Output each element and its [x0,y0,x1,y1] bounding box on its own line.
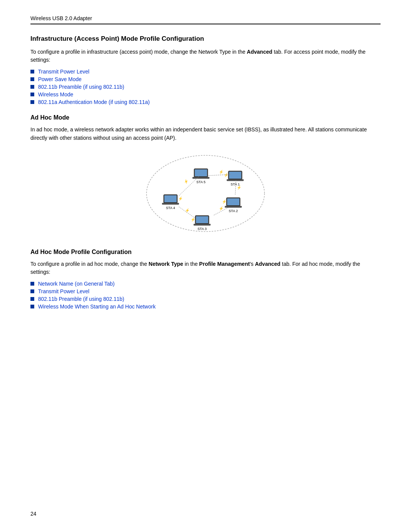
svg-rect-8 [225,206,242,208]
bullet-icon [30,100,34,104]
bullet-icon [30,282,34,286]
svg-text:⚡: ⚡ [224,173,229,177]
list-item: Wireless Mode [30,91,381,97]
section1-intro-bold: Advanced [247,49,272,55]
svg-text:⚡: ⚡ [222,199,227,204]
page-footer: 24 [30,511,37,517]
link-transmit-power[interactable]: Transmit Power Level [38,69,89,75]
section-adhoc-config: Ad Hoc Mode Profile Configuration To con… [30,249,381,310]
svg-rect-12 [196,216,208,223]
svg-text:⚡: ⚡ [219,206,224,211]
section1-heading: Infrastructure (Access Point) Mode Profi… [30,35,381,43]
link-network-name[interactable]: Network Name (on General Tab) [38,281,115,287]
bullet-icon [30,289,34,293]
section1-intro: To configure a profile in infrastructure… [30,48,381,64]
svg-rect-22 [195,169,207,176]
section3-bullet-list: Network Name (on General Tab) Transmit P… [30,281,381,310]
list-item: Power Save Mode [30,76,381,82]
svg-text:⚡: ⚡ [185,208,190,213]
svg-text:⚡: ⚡ [237,185,242,190]
list-item: Wireless Mode When Starting an Ad Hoc Ne… [30,304,381,310]
bullet-icon [30,85,34,89]
svg-text:STA 4: STA 4 [166,206,175,210]
svg-text:⚡: ⚡ [178,196,183,201]
list-item: Transmit Power Level [30,69,381,75]
section2-heading: Ad Hoc Mode [30,114,381,121]
svg-text:STA 3: STA 3 [198,227,207,231]
link-wireless-mode[interactable]: Wireless Mode [38,91,73,97]
section-infrastructure: Infrastructure (Access Point) Mode Profi… [30,35,381,105]
svg-rect-17 [164,195,177,202]
section3-intro: To configure a profile in ad hoc mode, c… [30,260,381,276]
page-number: 24 [30,511,37,517]
section1-intro-text: To configure a profile in infrastructure… [30,49,247,55]
bullet-icon [30,297,34,301]
svg-rect-2 [229,172,241,179]
page-header: Wireless USB 2.0 Adapter [30,15,381,24]
header-title: Wireless USB 2.0 Adapter [30,15,92,21]
list-item: 802.11b Preamble (if using 802.11b) [30,84,381,90]
network-diagram: STA 1 ⚡ STA 2 ⚡ STA 3 ⚡ [141,150,270,237]
svg-rect-18 [162,203,179,204]
svg-rect-23 [193,177,209,179]
link-8021b-preamble2[interactable]: 802.11b Preamble (if using 802.11b) [38,296,124,302]
svg-rect-7 [227,198,239,205]
link-wireless-mode-adhoc[interactable]: Wireless Mode When Starting an Ad Hoc Ne… [38,304,156,310]
link-8021b-preamble[interactable]: 802.11b Preamble (if using 802.11b) [38,84,124,90]
list-item: 802.11b Preamble (if using 802.11b) [30,296,381,302]
svg-text:⚡: ⚡ [219,169,224,174]
section2-body: In ad hoc mode, a wireless network adapt… [30,126,381,142]
section1-bullet-list: Transmit Power Level Power Save Mode 802… [30,69,381,105]
bullet-icon [30,93,34,96]
bullet-icon [30,77,34,81]
section-adhoc: Ad Hoc Mode In ad hoc mode, a wireless n… [30,114,381,237]
network-diagram-container: STA 1 ⚡ STA 2 ⚡ STA 3 ⚡ [30,150,381,237]
svg-text:STA 2: STA 2 [229,209,238,213]
list-item: Transmit Power Level [30,288,381,294]
link-transmit-power2[interactable]: Transmit Power Level [38,288,89,294]
svg-rect-3 [227,179,244,181]
list-item: Network Name (on General Tab) [30,281,381,287]
svg-text:STA 5: STA 5 [196,180,206,184]
svg-text:⚡: ⚡ [183,178,190,185]
list-item: 802.11a Authentication Mode (if using 80… [30,99,381,105]
link-8021a-auth[interactable]: 802.11a Authentication Mode (if using 80… [38,99,150,105]
link-power-save[interactable]: Power Save Mode [38,76,81,82]
svg-rect-13 [194,224,210,225]
bullet-icon [30,70,34,73]
section3-heading: Ad Hoc Mode Profile Configuration [30,249,381,256]
bullet-icon [30,305,34,308]
